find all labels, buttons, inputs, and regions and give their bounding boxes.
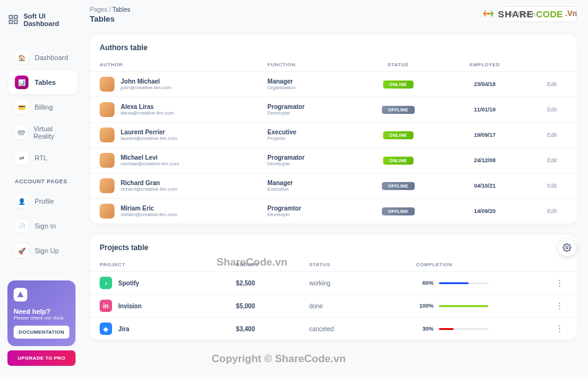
table-row: ♪ Spotify $2,500 working 60% ⋮	[90, 272, 577, 295]
project-status: working	[299, 272, 406, 295]
authors-table: AUTHOR FUNCTION STATUS EMPLOYED John Mic…	[90, 58, 577, 223]
breadcrumb-current: Tables	[113, 6, 131, 13]
sidebar-item-dashboard[interactable]: 🏠 Dashboard	[9, 46, 77, 69]
documentation-button[interactable]: DOCUMENTATION	[14, 326, 69, 339]
edit-link[interactable]: Edit	[527, 97, 577, 123]
function-title: Programator	[267, 154, 344, 161]
sidebar-item-tables[interactable]: 📊 Tables	[9, 71, 77, 94]
status-badge: ONLINE	[383, 131, 413, 139]
sidebar-item-rtl[interactable]: ⇄ RTL	[9, 146, 77, 170]
sidebar-item-label: Dashboard	[35, 54, 68, 61]
section-label: ACCOUNT PAGES	[15, 178, 77, 184]
status-badge: OFFLINE	[382, 182, 415, 190]
svg-point-6	[566, 246, 568, 249]
svg-rect-0	[9, 15, 12, 19]
edit-link[interactable]: Edit	[527, 173, 577, 199]
sidebar-item-label: Billing	[35, 103, 53, 111]
avatar	[100, 153, 115, 168]
svg-rect-1	[14, 15, 17, 19]
vr-icon: 🥽	[15, 126, 27, 139]
watermark-bottom: Copyright © ShareCode.vn	[212, 353, 346, 365]
status-badge: ONLINE	[383, 80, 413, 89]
status-badge: OFFLINE	[382, 207, 415, 215]
more-button[interactable]: ⋮	[543, 295, 577, 318]
col-pstatus: STATUS	[299, 258, 406, 272]
tables-icon: 📊	[15, 76, 28, 89]
gear-icon	[563, 243, 571, 252]
function-title: Programtor	[267, 205, 344, 212]
watermark-mid: ShareCode.vn	[217, 256, 287, 269]
author-email: laurent@creative-tim.com	[121, 136, 177, 141]
card-title: Projects table	[90, 235, 577, 258]
col-project: PROJECT	[90, 258, 226, 272]
function-title: Manager	[267, 180, 344, 186]
col-author: AUTHOR	[90, 58, 257, 72]
rtl-icon: ⇄	[15, 151, 28, 165]
col-action	[527, 58, 577, 72]
employed-date: 11/01/19	[443, 97, 527, 123]
breadcrumb: Pages / Tables	[90, 6, 130, 13]
employed-date: 19/09/17	[443, 123, 527, 148]
sidebar-item-profile[interactable]: 👤 Profile	[9, 189, 77, 213]
edit-link[interactable]: Edit	[527, 199, 577, 224]
svg-rect-2	[9, 20, 12, 24]
signin-icon: 📄	[15, 219, 28, 233]
breadcrumb-root[interactable]: Pages	[90, 6, 107, 13]
table-row: Miriam Eric miriam@creative-tim.com Prog…	[90, 199, 577, 224]
projects-table: PROJECT BUDGET STATUS COMPLETION ♪ Spoti…	[90, 258, 577, 340]
author-name: Alexa Liras	[121, 103, 174, 110]
table-row: Alexa Liras alexa@creative-tim.com Progr…	[90, 97, 577, 123]
progress-bar	[439, 282, 488, 284]
project-budget: $3,400	[226, 318, 299, 340]
author-name: John Michael	[121, 78, 171, 85]
function-subtitle: Executive	[267, 186, 344, 192]
sidebar-item-signin[interactable]: 📄 Sign In	[9, 214, 77, 238]
svg-point-7	[488, 12, 490, 15]
more-button[interactable]: ⋮	[543, 272, 577, 295]
sidebar-item-label: Virtual Reality	[33, 125, 71, 140]
project-name: Invision	[118, 303, 142, 310]
completion-pct: 100%	[417, 303, 434, 309]
sidebar-item-label: Profile	[35, 197, 54, 205]
status-badge: OFFLINE	[382, 106, 415, 114]
edit-link[interactable]: Edit	[527, 148, 577, 173]
sidebar-item-billing[interactable]: 💳 Billing	[9, 95, 77, 119]
function-subtitle: Projects	[267, 136, 344, 141]
avatar	[100, 77, 115, 92]
sidebar-item-vr[interactable]: 🥽 Virtual Reality	[9, 120, 77, 145]
edit-link[interactable]: Edit	[527, 72, 577, 97]
more-button[interactable]: ⋮	[543, 318, 577, 340]
function-subtitle: Organization	[267, 85, 344, 90]
brand[interactable]: Soft UI Dashboard	[9, 12, 77, 27]
card-title: Authors table	[90, 35, 577, 58]
col-function: FUNCTION	[257, 58, 354, 72]
avatar	[100, 102, 115, 117]
sidebar-item-signup[interactable]: 🚀 Sign Up	[9, 239, 77, 262]
employed-date: 14/09/20	[443, 199, 527, 224]
edit-link[interactable]: Edit	[527, 123, 577, 148]
progress-bar	[439, 305, 488, 307]
recycle-icon	[482, 7, 495, 20]
function-subtitle: Developer	[267, 212, 344, 217]
help-card: Need help? Please check our docs DOCUMEN…	[7, 280, 76, 346]
avatar	[100, 178, 115, 193]
settings-fab[interactable]	[558, 239, 576, 256]
function-subtitle: Developer	[267, 110, 344, 116]
function-subtitle: Developer	[267, 161, 344, 167]
col-employed: EMPLOYED	[443, 58, 527, 72]
function-title: Manager	[267, 78, 344, 85]
sidebar-item-label: RTL	[35, 154, 48, 162]
completion-pct: 30%	[417, 326, 434, 332]
billing-icon: 💳	[15, 100, 28, 114]
project-budget: $5,000	[226, 295, 299, 318]
help-icon	[14, 288, 27, 301]
project-icon: ♪	[100, 277, 112, 289]
project-status: canceled	[299, 318, 406, 340]
brand-label: Soft UI Dashboard	[24, 12, 77, 27]
function-title: Programator	[267, 103, 344, 110]
function-title: Executive	[267, 129, 344, 136]
watermark-logo: SHARECODE.Vn	[482, 7, 577, 20]
upgrade-button[interactable]: UPGRADE TO PRO	[7, 350, 76, 366]
employed-date: 04/10/21	[443, 173, 527, 199]
author-name: Michael Levi	[121, 154, 179, 161]
